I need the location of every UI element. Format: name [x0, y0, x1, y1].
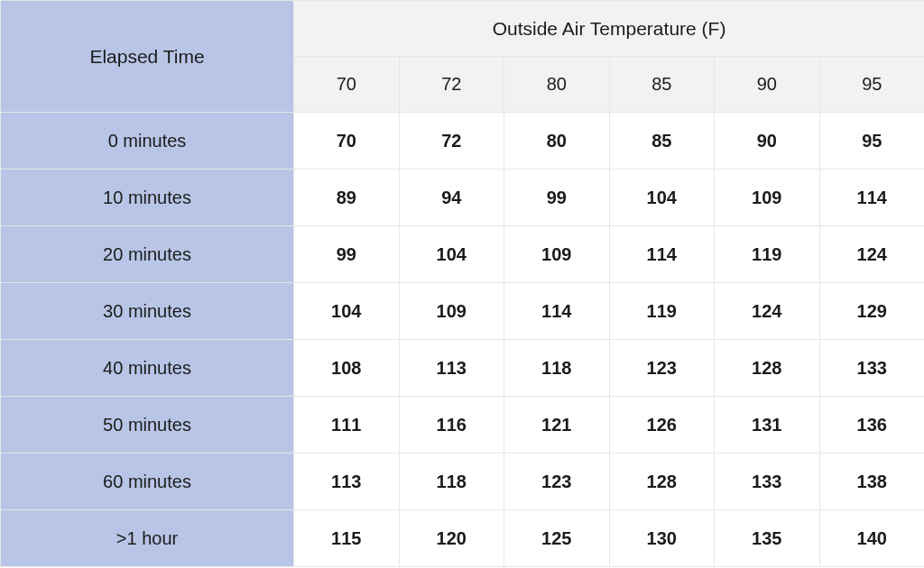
value-cell: 114 — [609, 226, 715, 283]
elapsed-time-cell: 40 minutes — [1, 340, 294, 397]
value-cell: 113 — [294, 453, 400, 510]
value-cell: 104 — [294, 283, 400, 340]
value-cell: 94 — [399, 169, 504, 226]
value-cell: 115 — [294, 510, 400, 567]
value-cell: 80 — [504, 113, 610, 169]
value-cell: 121 — [504, 397, 610, 453]
col-header: 72 — [399, 57, 504, 113]
col-header: 80 — [504, 57, 610, 113]
value-cell: 89 — [294, 169, 400, 226]
value-cell: 119 — [715, 226, 820, 283]
value-cell: 120 — [399, 510, 504, 567]
value-cell: 99 — [294, 226, 400, 283]
col-header: 85 — [609, 57, 715, 113]
value-cell: 130 — [609, 510, 715, 567]
table-row: >1 hour115120125130135140 — [1, 510, 925, 567]
value-cell: 114 — [504, 283, 610, 340]
value-cell: 116 — [399, 397, 504, 453]
elapsed-time-cell: 30 minutes — [1, 283, 294, 340]
value-cell: 126 — [609, 397, 715, 453]
elapsed-time-cell: 50 minutes — [1, 397, 294, 453]
value-cell: 85 — [609, 113, 715, 169]
value-cell: 109 — [715, 169, 820, 226]
value-cell: 72 — [399, 113, 504, 169]
value-cell: 135 — [715, 510, 820, 567]
table-row: 40 minutes108113118123128133 — [1, 340, 925, 397]
outside-temp-group-header: Outside Air Temperature (F) — [294, 1, 925, 57]
table-row: 20 minutes99104109114119124 — [1, 226, 925, 283]
value-cell: 123 — [504, 453, 610, 510]
table-row: 10 minutes899499104109114 — [1, 169, 925, 226]
value-cell: 90 — [715, 113, 820, 169]
value-cell: 125 — [504, 510, 610, 567]
value-cell: 129 — [819, 283, 924, 340]
value-cell: 140 — [819, 510, 924, 567]
elapsed-time-cell: 20 minutes — [1, 226, 294, 283]
table-row: 60 minutes113118123128133138 — [1, 453, 925, 510]
value-cell: 109 — [399, 283, 504, 340]
value-cell: 104 — [399, 226, 504, 283]
value-cell: 128 — [715, 340, 820, 397]
elapsed-time-cell: 60 minutes — [1, 453, 294, 510]
value-cell: 138 — [819, 453, 924, 510]
value-cell: 99 — [504, 169, 610, 226]
value-cell: 124 — [819, 226, 924, 283]
value-cell: 128 — [609, 453, 715, 510]
col-header: 95 — [819, 57, 924, 113]
elapsed-time-header: Elapsed Time — [1, 1, 294, 113]
value-cell: 111 — [294, 397, 400, 453]
value-cell: 124 — [715, 283, 820, 340]
value-cell: 95 — [819, 113, 924, 169]
value-cell: 109 — [504, 226, 610, 283]
value-cell: 131 — [715, 397, 820, 453]
table-row: 0 minutes707280859095 — [1, 113, 925, 169]
value-cell: 133 — [819, 340, 924, 397]
elapsed-time-cell: 10 minutes — [1, 169, 294, 226]
value-cell: 118 — [504, 340, 610, 397]
value-cell: 108 — [294, 340, 400, 397]
value-cell: 113 — [399, 340, 504, 397]
value-cell: 104 — [609, 169, 715, 226]
value-cell: 136 — [819, 397, 924, 453]
value-cell: 123 — [609, 340, 715, 397]
value-cell: 119 — [609, 283, 715, 340]
table-row: 30 minutes104109114119124129 — [1, 283, 925, 340]
temperature-table: Elapsed Time Outside Air Temperature (F)… — [0, 0, 924, 567]
table-body: 0 minutes70728085909510 minutes899499104… — [1, 113, 925, 567]
elapsed-time-cell: 0 minutes — [1, 113, 294, 169]
value-cell: 114 — [819, 169, 924, 226]
value-cell: 118 — [399, 453, 504, 510]
value-cell: 133 — [715, 453, 820, 510]
value-cell: 70 — [294, 113, 400, 169]
table-row: 50 minutes111116121126131136 — [1, 397, 925, 453]
elapsed-time-cell: >1 hour — [1, 510, 294, 567]
col-header: 90 — [715, 57, 820, 113]
col-header: 70 — [294, 57, 400, 113]
